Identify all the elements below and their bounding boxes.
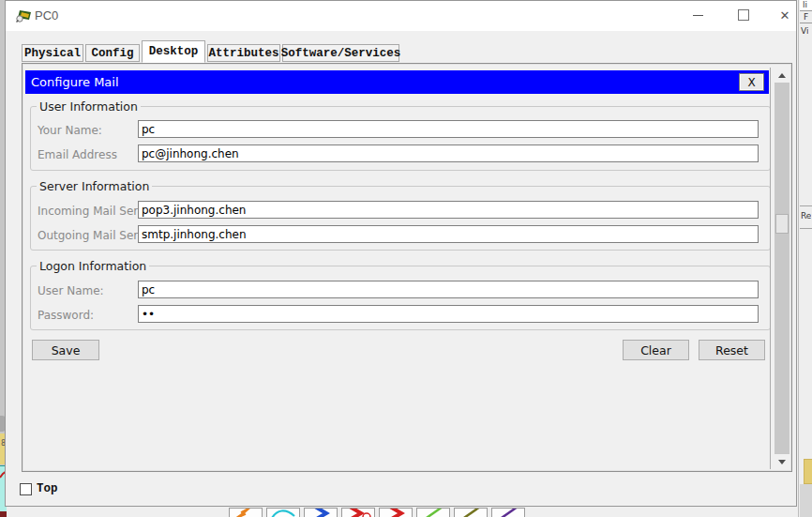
save-button[interactable]: Save bbox=[32, 340, 99, 360]
background-gray-patch bbox=[800, 484, 812, 517]
top-checkbox-label: Top bbox=[37, 482, 58, 495]
clipped-text-fragment: F bbox=[804, 12, 808, 22]
tab-config[interactable]: Config bbox=[85, 44, 140, 62]
dialog-close-button[interactable]: X bbox=[739, 73, 764, 91]
outgoing-mail-server-input[interactable] bbox=[138, 225, 759, 243]
titlebar[interactable]: PC0 ✕ bbox=[6, 1, 796, 31]
group-title: Logon Information bbox=[37, 259, 149, 273]
top-checkbox[interactable] bbox=[20, 483, 32, 495]
scroll-down-button[interactable] bbox=[774, 454, 789, 469]
scroll-up-button[interactable] bbox=[774, 68, 789, 83]
console-cable-icon bbox=[267, 508, 299, 517]
dialog-titlebar: Configure Mail bbox=[25, 70, 769, 94]
background-bottom-strip bbox=[7, 508, 798, 517]
dialog-scrollbar[interactable] bbox=[774, 68, 789, 469]
divider bbox=[800, 205, 812, 206]
reset-label: Reset bbox=[715, 343, 748, 357]
background-right-strip: li F Vi Re bbox=[798, 0, 812, 517]
connection-button-cable-olive[interactable] bbox=[454, 508, 488, 517]
tab-label: Config bbox=[91, 47, 133, 60]
auto-connect-icon bbox=[230, 508, 262, 517]
reset-button[interactable]: Reset bbox=[699, 340, 765, 360]
incoming-mail-server-input[interactable] bbox=[138, 201, 759, 219]
serial-blue-icon bbox=[305, 508, 337, 517]
scrollbar-thumb[interactable] bbox=[775, 214, 789, 234]
configure-mail-dialog: Configure Mail X User Information Your N… bbox=[22, 63, 792, 472]
connection-button-serial-dte[interactable] bbox=[379, 508, 413, 517]
group-title: User Information bbox=[37, 99, 141, 114]
save-label: Save bbox=[52, 343, 81, 357]
tab-label: Attributes bbox=[208, 47, 278, 60]
maximize-button[interactable] bbox=[726, 1, 761, 29]
cable-purple-icon bbox=[492, 508, 524, 517]
email-address-input[interactable] bbox=[138, 144, 759, 162]
tab-software-services[interactable]: Software/Services bbox=[282, 44, 399, 62]
arrow-up-icon bbox=[778, 73, 786, 78]
email-address-label: Email Address bbox=[38, 148, 117, 161]
tab-label: Desktop bbox=[149, 45, 199, 58]
cable-olive-icon bbox=[455, 508, 487, 517]
your-name-label: Your Name: bbox=[38, 124, 102, 137]
connection-button-serial-blue[interactable] bbox=[304, 508, 338, 517]
logon-user-name-input[interactable] bbox=[138, 281, 759, 298]
minimize-button[interactable] bbox=[680, 1, 715, 29]
app-device-icon bbox=[15, 8, 32, 23]
tab-label: Software/Services bbox=[281, 47, 401, 60]
serial-dce-clock-icon bbox=[342, 508, 374, 517]
dialog-title: Configure Mail bbox=[31, 75, 119, 89]
scroll-area-divider bbox=[770, 68, 771, 469]
dialog-close-label: X bbox=[747, 76, 755, 89]
tab-desktop[interactable]: Desktop bbox=[142, 40, 205, 63]
connection-button-auto[interactable] bbox=[229, 508, 263, 517]
your-name-input[interactable] bbox=[138, 120, 759, 138]
tab-attributes[interactable]: Attributes bbox=[207, 44, 280, 62]
tab-label: Physical bbox=[24, 47, 81, 60]
connection-button-serial-dce[interactable] bbox=[341, 508, 375, 517]
connection-button-console[interactable] bbox=[266, 508, 300, 517]
clear-button[interactable]: Clear bbox=[623, 340, 689, 360]
connection-button-copper-green[interactable] bbox=[416, 508, 450, 517]
connection-button-cable-purple[interactable] bbox=[491, 508, 525, 517]
close-button[interactable]: ✕ bbox=[767, 1, 803, 29]
background-maroon-edge bbox=[0, 511, 7, 517]
clear-label: Clear bbox=[640, 343, 671, 357]
copper-green-icon bbox=[417, 508, 449, 517]
group-title: Server Information bbox=[37, 179, 152, 193]
logon-user-name-label: User Name: bbox=[38, 284, 104, 297]
serial-dte-icon bbox=[380, 508, 412, 517]
clipped-text-fragment: li bbox=[803, 0, 807, 9]
background-yellow-patch bbox=[804, 459, 812, 484]
minimize-icon bbox=[693, 15, 703, 16]
divider bbox=[800, 228, 812, 229]
maximize-icon bbox=[738, 9, 749, 21]
tab-physical[interactable]: Physical bbox=[22, 44, 83, 62]
password-label: Password: bbox=[38, 309, 94, 322]
clipped-text-fragment: Re bbox=[801, 211, 811, 220]
close-icon: ✕ bbox=[780, 9, 790, 22]
password-input[interactable] bbox=[138, 305, 759, 323]
arrow-down-icon bbox=[778, 460, 786, 464]
window-title: PC0 bbox=[35, 8, 58, 23]
pc0-window: PC0 ✕ Physical Config Desktop Attributes… bbox=[5, 0, 797, 507]
